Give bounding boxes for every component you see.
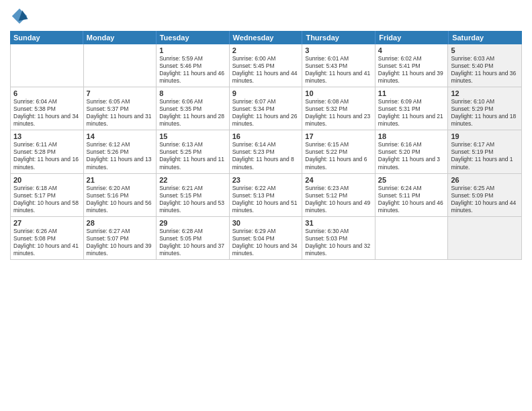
sunset-text: Sunset: 5:23 PM [232, 148, 300, 156]
daylight-text: Daylight: 11 hours and 39 minutes. [378, 70, 445, 85]
day-number: 10 [305, 89, 372, 97]
sunset-text: Sunset: 5:40 PM [451, 62, 519, 70]
day-number: 16 [232, 132, 300, 140]
sunset-text: Sunset: 5:08 PM [13, 235, 81, 242]
sunrise-text: Sunrise: 6:25 AM [451, 185, 519, 192]
daylight-text: Daylight: 10 hours and 53 minutes. [159, 199, 226, 214]
calendar-cell: 25Sunrise: 6:24 AMSunset: 5:11 PMDayligh… [375, 174, 449, 216]
sunrise-text: Sunrise: 5:59 AM [159, 55, 226, 62]
day-number: 5 [451, 46, 519, 54]
calendar-cell: 16Sunrise: 6:14 AMSunset: 5:23 PMDayligh… [230, 130, 303, 173]
day-number: 13 [13, 132, 81, 140]
sunset-text: Sunset: 5:37 PM [87, 105, 154, 113]
calendar-cell: 12Sunrise: 6:10 AMSunset: 5:29 PMDayligh… [448, 87, 521, 130]
daylight-text: Daylight: 11 hours and 1 minute. [451, 156, 519, 171]
sunrise-text: Sunrise: 6:17 AM [451, 141, 519, 148]
daylight-text: Daylight: 11 hours and 3 minutes. [378, 156, 445, 171]
calendar-cell [84, 44, 157, 87]
calendar-row-5: 27Sunrise: 6:26 AMSunset: 5:08 PMDayligh… [11, 217, 521, 259]
sunset-text: Sunset: 5:17 PM [13, 192, 81, 199]
sunrise-text: Sunrise: 6:03 AM [451, 55, 519, 62]
day-number: 23 [232, 176, 300, 184]
sunset-text: Sunset: 5:38 PM [13, 105, 81, 113]
day-number: 24 [305, 176, 372, 184]
calendar-cell: 13Sunrise: 6:11 AMSunset: 5:28 PMDayligh… [11, 130, 84, 173]
sunset-text: Sunset: 5:04 PM [232, 235, 300, 242]
calendar-cell: 21Sunrise: 6:20 AMSunset: 5:16 PMDayligh… [84, 174, 157, 216]
sunset-text: Sunset: 5:31 PM [378, 105, 445, 113]
calendar-cell: 28Sunrise: 6:27 AMSunset: 5:07 PMDayligh… [84, 217, 157, 259]
daylight-text: Daylight: 11 hours and 23 minutes. [305, 113, 372, 128]
sunrise-text: Sunrise: 6:20 AM [87, 185, 154, 192]
sunset-text: Sunset: 5:03 PM [305, 235, 372, 242]
calendar-cell: 4Sunrise: 6:02 AMSunset: 5:41 PMDaylight… [375, 44, 449, 87]
sunset-text: Sunset: 5:15 PM [159, 192, 226, 199]
calendar-row-1: 1Sunrise: 5:59 AMSunset: 5:46 PMDaylight… [11, 44, 521, 87]
sunrise-text: Sunrise: 6:01 AM [305, 55, 372, 62]
calendar-cell: 2Sunrise: 6:00 AMSunset: 5:45 PMDaylight… [230, 44, 303, 87]
sunrise-text: Sunrise: 6:00 AM [232, 55, 300, 62]
calendar-cell: 23Sunrise: 6:22 AMSunset: 5:13 PMDayligh… [230, 174, 303, 216]
day-number: 9 [232, 89, 300, 97]
sunrise-text: Sunrise: 6:05 AM [87, 98, 154, 105]
sunset-text: Sunset: 5:26 PM [87, 148, 154, 156]
daylight-text: Daylight: 10 hours and 56 minutes. [87, 199, 154, 214]
daylight-text: Daylight: 10 hours and 46 minutes. [378, 199, 445, 214]
day-number: 28 [87, 219, 154, 227]
sunrise-text: Sunrise: 6:02 AM [378, 55, 445, 62]
sunrise-text: Sunrise: 6:14 AM [232, 141, 300, 148]
sunrise-text: Sunrise: 6:13 AM [159, 141, 226, 148]
weekday-header-monday: Monday [83, 31, 157, 44]
day-number: 4 [378, 46, 445, 54]
weekday-header-wednesday: Wednesday [230, 31, 303, 44]
sunset-text: Sunset: 5:22 PM [305, 148, 372, 156]
sunset-text: Sunset: 5:35 PM [159, 105, 226, 113]
sunrise-text: Sunrise: 6:27 AM [87, 228, 154, 235]
day-number: 2 [232, 46, 300, 54]
calendar-cell: 3Sunrise: 6:01 AMSunset: 5:43 PMDaylight… [302, 44, 375, 87]
sunrise-text: Sunrise: 6:09 AM [378, 98, 445, 105]
sunset-text: Sunset: 5:45 PM [232, 62, 300, 70]
daylight-text: Daylight: 11 hours and 28 minutes. [159, 113, 226, 128]
calendar-cell: 5Sunrise: 6:03 AMSunset: 5:40 PMDaylight… [448, 44, 521, 87]
logo [10, 7, 32, 26]
day-number: 18 [378, 132, 445, 140]
daylight-text: Daylight: 11 hours and 6 minutes. [305, 156, 372, 171]
day-number: 26 [451, 176, 519, 184]
calendar-cell: 10Sunrise: 6:08 AMSunset: 5:32 PMDayligh… [302, 87, 375, 130]
calendar: SundayMondayTuesdayWednesdayThursdayFrid… [10, 31, 522, 404]
weekday-header-sunday: Sunday [10, 31, 83, 44]
calendar-body: 1Sunrise: 5:59 AMSunset: 5:46 PMDaylight… [10, 44, 522, 260]
day-number: 31 [305, 219, 372, 227]
sunset-text: Sunset: 5:13 PM [232, 192, 300, 199]
calendar-cell: 17Sunrise: 6:15 AMSunset: 5:22 PMDayligh… [302, 130, 375, 173]
day-number: 30 [232, 219, 300, 227]
sunrise-text: Sunrise: 6:15 AM [305, 141, 372, 148]
daylight-text: Daylight: 10 hours and 44 minutes. [451, 199, 519, 214]
sunrise-text: Sunrise: 6:06 AM [159, 98, 226, 105]
header [10, 7, 522, 26]
sunrise-text: Sunrise: 6:28 AM [159, 228, 226, 235]
day-number: 12 [451, 89, 519, 97]
sunset-text: Sunset: 5:41 PM [378, 62, 445, 70]
daylight-text: Daylight: 11 hours and 34 minutes. [13, 113, 81, 128]
day-number: 22 [159, 176, 226, 184]
daylight-text: Daylight: 11 hours and 26 minutes. [232, 113, 300, 128]
calendar-cell: 24Sunrise: 6:23 AMSunset: 5:12 PMDayligh… [302, 174, 375, 216]
daylight-text: Daylight: 10 hours and 51 minutes. [232, 199, 300, 214]
weekday-header-saturday: Saturday [449, 31, 522, 44]
calendar-cell [448, 217, 521, 259]
day-number: 8 [159, 89, 226, 97]
daylight-text: Daylight: 11 hours and 16 minutes. [13, 156, 81, 171]
sunset-text: Sunset: 5:11 PM [378, 192, 445, 199]
calendar-cell: 30Sunrise: 6:29 AMSunset: 5:04 PMDayligh… [230, 217, 303, 259]
sunset-text: Sunset: 5:09 PM [451, 192, 519, 199]
sunrise-text: Sunrise: 6:30 AM [305, 228, 372, 235]
daylight-text: Daylight: 10 hours and 34 minutes. [232, 242, 300, 257]
calendar-cell [11, 44, 84, 87]
daylight-text: Daylight: 11 hours and 31 minutes. [87, 113, 154, 128]
daylight-text: Daylight: 10 hours and 58 minutes. [13, 199, 81, 214]
page: SundayMondayTuesdayWednesdayThursdayFrid… [0, 0, 532, 411]
calendar-cell: 7Sunrise: 6:05 AMSunset: 5:37 PMDaylight… [84, 87, 157, 130]
calendar-cell: 15Sunrise: 6:13 AMSunset: 5:25 PMDayligh… [157, 130, 230, 173]
